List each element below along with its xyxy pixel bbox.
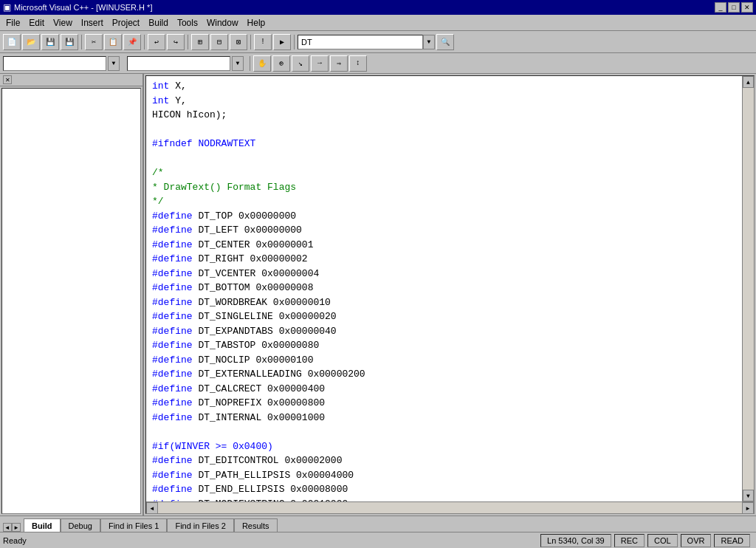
tab-find1-label: Find in Files 1: [109, 521, 159, 530]
find-in-files-button[interactable]: ⊠: [230, 34, 247, 50]
find-button[interactable]: 🔍: [436, 34, 454, 50]
status-col-text: COL: [654, 536, 671, 545]
menu-tools[interactable]: Tools: [173, 15, 202, 30]
tab-find2[interactable]: Find in Files 2: [167, 518, 233, 532]
output-button[interactable]: ⊟: [210, 34, 228, 50]
menu-build[interactable]: Build: [144, 15, 173, 30]
tab-results[interactable]: Results: [234, 518, 278, 532]
separator-5: [294, 35, 295, 49]
tab-find1[interactable]: Find in Files 1: [100, 518, 167, 532]
status-position-text: Ln 5340, Col 39: [547, 536, 605, 545]
maximize-button[interactable]: □: [728, 2, 740, 13]
menu-help[interactable]: Help: [243, 15, 270, 30]
status-rec: REC: [614, 534, 645, 547]
run-to-button[interactable]: →: [311, 55, 329, 72]
scroll-button[interactable]: ↕: [349, 55, 367, 72]
copy-button[interactable]: 📋: [104, 34, 122, 50]
menu-bar: File Edit View Insert Project Build Tool…: [0, 15, 756, 31]
status-ready: Ready: [3, 536, 540, 545]
tab-results-label: Results: [242, 521, 269, 530]
app-icon: ▣: [3, 2, 11, 13]
main-area: ✕ int X, int Y, HICON hIcon); #ifndef NO…: [0, 74, 756, 516]
status-position: Ln 5340, Col 39: [540, 534, 611, 547]
left-panel-content: [1, 88, 141, 514]
undo-button[interactable]: ↩: [148, 34, 165, 50]
tab-find2-label: Find in Files 2: [175, 521, 225, 530]
tab-debug[interactable]: Debug: [61, 518, 100, 532]
code-wrapper[interactable]: int X, int Y, HICON hIcon); #ifndef NODR…: [146, 76, 742, 501]
status-read: READ: [714, 534, 750, 547]
editor-area: int X, int Y, HICON hIcon); #ifndef NODR…: [145, 75, 755, 514]
breakpoint-button[interactable]: ⊕: [272, 55, 290, 72]
toggle-button[interactable]: ⇒: [330, 55, 348, 72]
save-all-button[interactable]: 💾: [61, 34, 78, 50]
separator-3: [188, 35, 188, 49]
title-text: Microsoft Visual C++ - [WINUSER.H *]: [14, 3, 152, 12]
minimize-button[interactable]: _: [715, 2, 726, 13]
build-button[interactable]: ▶: [273, 34, 291, 50]
scroll-down-button[interactable]: ▼: [743, 490, 754, 501]
title-bar: ▣ Microsoft Visual C++ - [WINUSER.H *] _…: [0, 0, 756, 15]
separator-2: [144, 35, 145, 49]
tab-build-label: Build: [32, 521, 52, 530]
paste-button[interactable]: 📌: [123, 34, 141, 50]
function-combo-arrow[interactable]: ▼: [232, 56, 244, 71]
new-button[interactable]: 📄: [3, 34, 21, 50]
context-combo-arrow[interactable]: ▼: [108, 56, 120, 71]
scroll-h-track[interactable]: [158, 502, 742, 513]
menu-insert[interactable]: Insert: [77, 15, 108, 30]
left-panel: ✕: [0, 74, 144, 516]
hand-button[interactable]: ✋: [253, 55, 271, 72]
scroll-up-button[interactable]: ▲: [743, 76, 754, 88]
main-toolbar: 📄 📂 💾 💾 ✂ 📋 📌 ↩ ↪ ⊞ ⊟ ⊠ ! ▶ DT ▼ 🔍: [0, 31, 756, 53]
context-combo[interactable]: [3, 56, 106, 71]
separator-1: [81, 35, 82, 49]
menu-project[interactable]: Project: [108, 15, 144, 30]
separator-debug-1: [250, 56, 250, 71]
redo-button[interactable]: ↪: [167, 34, 185, 50]
menu-edit[interactable]: Edit: [24, 15, 49, 30]
function-combo[interactable]: [127, 56, 230, 71]
tab-scroll-right[interactable]: ►: [12, 523, 21, 532]
editor-with-scroll: int X, int Y, HICON hIcon); #ifndef NODR…: [146, 76, 754, 501]
left-panel-close[interactable]: ✕: [3, 75, 12, 84]
status-bar: Ready Ln 5340, Col 39 REC COL OVR READ: [0, 532, 756, 548]
separator-4: [250, 35, 251, 49]
find-combo-value: DT: [301, 38, 312, 47]
scroll-right-button[interactable]: ►: [742, 502, 754, 514]
status-ovr-text: OVR: [687, 536, 705, 545]
status-ready-text: Ready: [3, 536, 27, 545]
menu-file[interactable]: File: [1, 15, 24, 30]
tab-build[interactable]: Build: [24, 518, 61, 532]
save-button[interactable]: 💾: [41, 34, 59, 50]
tab-debug-label: Debug: [69, 521, 92, 530]
find-combo-arrow[interactable]: ▼: [423, 35, 435, 49]
close-button[interactable]: ✕: [741, 2, 753, 13]
open-button[interactable]: 📂: [22, 34, 40, 50]
status-ovr: OVR: [681, 534, 712, 547]
vertical-scrollbar[interactable]: ▲ ▼: [742, 76, 754, 501]
status-col: COL: [647, 534, 678, 547]
compile-button[interactable]: !: [254, 34, 272, 50]
tab-scroll-left[interactable]: ◄: [3, 523, 12, 532]
scroll-left-button[interactable]: ◄: [146, 502, 158, 514]
workspace-button[interactable]: ⊞: [191, 34, 209, 50]
left-panel-title: ✕: [0, 74, 142, 86]
menu-view[interactable]: View: [49, 15, 77, 30]
cut-button[interactable]: ✂: [85, 34, 103, 50]
step-button[interactable]: ↘: [292, 55, 309, 72]
find-combo[interactable]: DT: [298, 35, 423, 49]
horizontal-scrollbar[interactable]: ◄ ►: [146, 501, 754, 513]
output-tabs: ◄ ► Build Debug Find in Files 1 Find in …: [0, 516, 756, 532]
menu-window[interactable]: Window: [202, 15, 243, 30]
scroll-track[interactable]: [743, 88, 754, 490]
debug-toolbar: ▼ ▼ ✋ ⊕ ↘ → ⇒ ↕: [0, 53, 756, 74]
status-read-text: READ: [721, 536, 743, 545]
status-rec-text: REC: [621, 536, 638, 545]
